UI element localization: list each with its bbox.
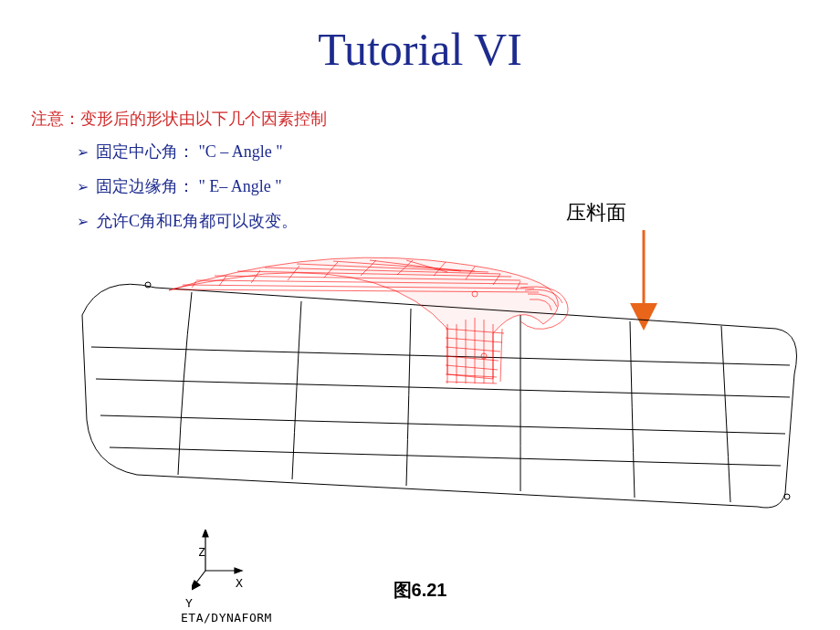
mesh-diagram	[27, 237, 813, 548]
page-title: Tutorial VI	[0, 23, 840, 76]
figure-caption: 图6.21	[0, 578, 840, 603]
chevron-right-icon: ➢	[77, 178, 89, 195]
svg-marker-9	[235, 568, 242, 573]
chevron-right-icon: ➢	[77, 143, 89, 161]
svg-point-3	[784, 494, 790, 499]
axis-z-label: Z	[198, 545, 205, 559]
figure-area	[27, 237, 813, 584]
svg-marker-7	[203, 530, 208, 537]
bullet-item: ➢ 固定中心角： "C – Angle "	[77, 141, 840, 163]
bullet-list: ➢ 固定中心角： "C – Angle " ➢ 固定边缘角： " E– Angl…	[77, 141, 840, 232]
note-intro-text: 注意：变形后的形状由以下几个因素控制	[31, 108, 840, 130]
bullet-item: ➢ 固定边缘角： " E– Angle "	[77, 175, 840, 197]
bullet-text: 允许C角和E角都可以改变。	[96, 210, 298, 232]
annotation-label: 压料面	[566, 199, 626, 226]
bullet-text: 固定中心角： "C – Angle "	[96, 141, 283, 163]
bullet-text: 固定边缘角： " E– Angle "	[96, 175, 282, 197]
chevron-right-icon: ➢	[77, 213, 89, 230]
bullet-item: ➢ 允许C角和E角都可以改变。	[77, 210, 840, 232]
svg-point-2	[145, 282, 151, 288]
software-label: ETA/DYNAFORM	[181, 611, 272, 625]
